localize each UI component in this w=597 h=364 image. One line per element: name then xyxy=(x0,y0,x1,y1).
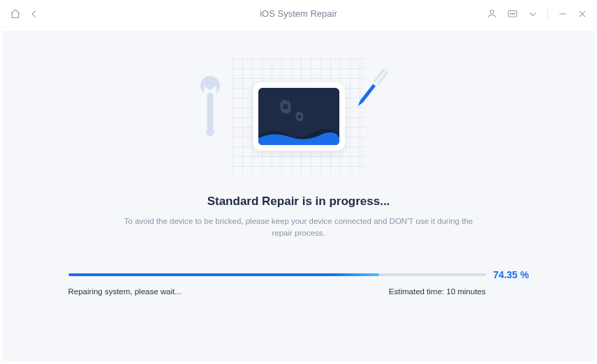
progress-eta-text: Estimated time: 10 minutes xyxy=(389,287,486,296)
titlebar-right xyxy=(487,8,587,20)
svg-point-8 xyxy=(297,114,301,118)
content-area: Standard Repair is in progress... To avo… xyxy=(3,31,594,361)
chevron-down-icon[interactable] xyxy=(528,9,538,19)
progress-status-text: Repairing system, please wait... xyxy=(68,287,182,296)
progress-row: 74.35 % xyxy=(68,269,529,280)
progress-heading: Standard Repair is in progress... xyxy=(207,195,390,208)
titlebar: iOS System Repair xyxy=(0,0,597,28)
svg-rect-12 xyxy=(360,84,375,103)
progress-percent-label: 74.35 % xyxy=(493,269,529,280)
device-frame xyxy=(253,82,345,151)
app-window: iOS System Repair xyxy=(0,0,597,364)
svg-point-6 xyxy=(206,128,214,136)
progress-bar xyxy=(68,273,487,276)
wrench-icon xyxy=(196,76,224,140)
svg-point-4 xyxy=(514,13,515,14)
gear-large-icon xyxy=(277,98,295,116)
home-icon[interactable] xyxy=(10,8,21,20)
progress-subtext: To avoid the device to be bricked, pleas… xyxy=(117,215,480,240)
feedback-icon[interactable] xyxy=(507,8,518,20)
progress-labels: Repairing system, please wait... Estimat… xyxy=(68,287,529,296)
close-icon[interactable] xyxy=(577,9,587,19)
window-title: iOS System Repair xyxy=(260,8,337,19)
minimize-icon[interactable] xyxy=(558,9,568,19)
device-screen xyxy=(258,88,339,145)
wave-graphic xyxy=(258,126,339,145)
svg-point-3 xyxy=(512,13,513,14)
repair-illustration xyxy=(219,55,379,177)
progress-fill xyxy=(68,273,379,276)
svg-rect-9 xyxy=(371,66,390,88)
gear-small-icon xyxy=(293,110,306,123)
screwdriver-icon xyxy=(353,63,392,115)
user-icon[interactable] xyxy=(487,8,497,19)
svg-point-0 xyxy=(490,10,494,14)
svg-point-2 xyxy=(510,13,511,14)
titlebar-left xyxy=(10,8,39,20)
progress-section: 74.35 % Repairing system, please wait...… xyxy=(68,269,529,296)
svg-point-7 xyxy=(283,104,288,109)
svg-rect-5 xyxy=(207,93,213,129)
back-icon[interactable] xyxy=(29,9,39,19)
titlebar-divider xyxy=(547,8,548,20)
